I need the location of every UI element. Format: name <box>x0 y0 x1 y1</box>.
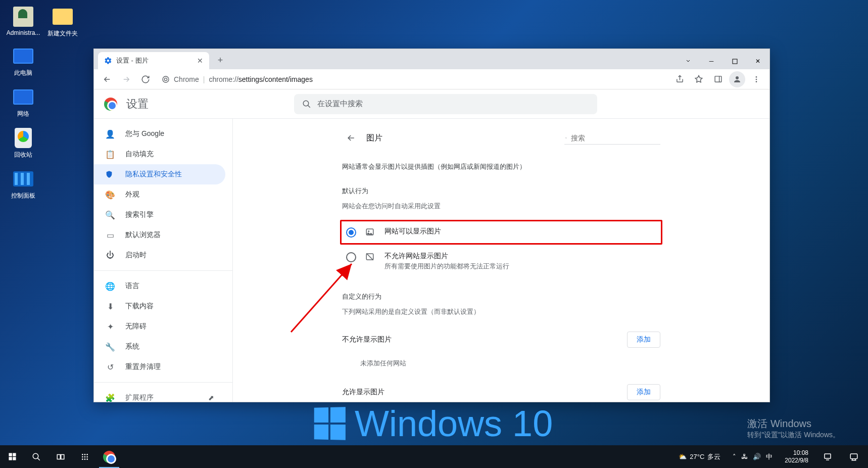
wrench-icon: 🔧 <box>105 342 115 352</box>
desktop-network-icon[interactable]: 网络 <box>5 86 41 118</box>
image-blocked-icon <box>365 252 375 261</box>
settings-search-box[interactable]: 在设置中搜索 <box>294 94 597 114</box>
sidebar-item-you-google[interactable]: 👤您与 Google <box>94 124 225 144</box>
search-icon: 🔍 <box>105 210 115 220</box>
svg-rect-3 <box>715 76 721 82</box>
sidebar-item-reset[interactable]: ↺重置并清理 <box>94 357 225 377</box>
sidebar-item-appearance[interactable]: 🎨外观 <box>94 184 225 205</box>
sidebar-item-startup[interactable]: ⏻启动时 <box>94 245 225 265</box>
sidebar-item-system[interactable]: 🔧系统 <box>94 337 225 357</box>
network-icon[interactable]: 🖧 <box>741 453 748 460</box>
svg-point-9 <box>303 101 309 106</box>
sidebar-item-extensions[interactable]: 🧩扩展程序⬈ <box>94 388 225 402</box>
volume-icon[interactable]: 🔊 <box>753 453 761 460</box>
back-button[interactable] <box>99 71 115 87</box>
menu-dots-icon[interactable] <box>748 71 764 87</box>
taskbar-clock[interactable]: 10:08 2022/9/8 <box>780 449 813 464</box>
url-prefix: Chrome <box>174 75 199 83</box>
add-allow-button[interactable]: 添加 <box>627 384 660 400</box>
desktop-this-pc-icon[interactable]: 此电脑 <box>5 45 41 77</box>
taskbar-chrome-button[interactable] <box>97 445 121 468</box>
chevron-up-icon[interactable]: ˄ <box>733 453 736 460</box>
svg-rect-21 <box>13 457 16 460</box>
download-icon: ⬇ <box>105 302 115 311</box>
sidebar-item-autofill[interactable]: 📋自动填充 <box>94 144 225 164</box>
close-tab-button[interactable]: ✕ <box>197 57 203 65</box>
new-tab-button[interactable]: + <box>213 53 227 67</box>
weather-icon: ⛅ <box>679 453 687 460</box>
window-close-button[interactable]: ✕ <box>746 53 769 69</box>
share-icon[interactable] <box>671 71 688 87</box>
desktop-control-panel-icon[interactable]: 控制面板 <box>5 168 41 200</box>
svg-line-12 <box>566 138 567 138</box>
sidebar-item-privacy[interactable]: 隐私设置和安全性 <box>94 164 225 184</box>
taskbar-weather[interactable]: ⛅ 27°C 多云 <box>673 452 726 461</box>
svg-point-11 <box>565 137 566 138</box>
sidebar-item-downloads[interactable]: ⬇下载内容 <box>94 296 225 316</box>
power-icon: ⏻ <box>105 251 115 260</box>
window-minimize-button-2[interactable]: ─ <box>700 53 723 69</box>
svg-rect-25 <box>61 454 64 459</box>
sidebar-item-default-browser[interactable]: ▭默认浏览器 <box>94 225 225 245</box>
label: 新建文件夹 <box>44 29 81 38</box>
tab-title: 设置 - 图片 <box>116 56 149 65</box>
page-search-input[interactable] <box>571 134 659 142</box>
svg-rect-24 <box>57 454 60 459</box>
option-sub: 所有需要使用图片的功能都将无法正常运行 <box>384 262 509 271</box>
browser-tab[interactable]: 设置 - 图片 ✕ <box>98 52 209 69</box>
window-maximize-button[interactable] <box>723 53 746 69</box>
taskbar: ⛅ 27°C 多云 ˄ 🖧 🔊 中 10:08 2022/9/8 <box>0 445 868 468</box>
svg-rect-20 <box>9 457 12 460</box>
page-search-box[interactable] <box>564 132 660 145</box>
option-block-images[interactable]: 不允许网站显示图片 所有需要使用图片的功能都将无法正常运行 <box>342 245 660 278</box>
search-placeholder: 在设置中搜索 <box>317 99 363 109</box>
taskbar-apps-button[interactable] <box>73 445 97 468</box>
window-minimize-button[interactable] <box>677 53 700 69</box>
desktop-admin-icon[interactable]: Administra... <box>5 6 41 36</box>
chrome-window: 设置 - 图片 ✕ + ─ ✕ Chrome | c <box>93 49 770 402</box>
task-view-button[interactable] <box>49 445 73 468</box>
accessibility-icon: ✦ <box>105 322 115 332</box>
svg-rect-0 <box>733 59 737 64</box>
profile-avatar-icon[interactable] <box>729 71 745 87</box>
divider <box>94 382 232 383</box>
page-title: 图片 <box>366 133 382 144</box>
settings-title: 设置 <box>126 97 149 112</box>
reload-button[interactable] <box>137 71 154 87</box>
svg-point-33 <box>84 458 86 460</box>
side-panel-icon[interactable] <box>710 71 726 87</box>
svg-point-27 <box>84 454 86 455</box>
settings-sidebar: 👤您与 Google 📋自动填充 隐私设置和安全性 🎨外观 🔍搜索引擎 ▭默认浏… <box>94 119 233 402</box>
label: 控制面板 <box>5 192 41 200</box>
divider <box>94 270 232 271</box>
sidebar-item-accessibility[interactable]: ✦无障碍 <box>94 316 225 337</box>
activation-watermark: 激活 Windows 转到"设置"以激活 Windows。 <box>747 417 840 440</box>
page-back-button[interactable] <box>342 129 360 147</box>
label: 此电脑 <box>5 69 41 77</box>
sidebar-item-language[interactable]: 🌐语言 <box>94 276 225 296</box>
ime-indicator[interactable]: 中 <box>766 452 773 461</box>
default-behavior-label: 默认行为 <box>342 186 660 196</box>
desktop-new-folder-icon[interactable]: 新建文件夹 <box>44 6 81 38</box>
address-bar[interactable]: Chrome | chrome://settings/content/image… <box>157 75 668 83</box>
desktop-recycle-bin-icon[interactable]: 回收站 <box>5 127 41 159</box>
label: 网络 <box>5 110 41 118</box>
settings-content: 图片 网站通常会显示图片以提供插图（例如网店或新闻报道的图片） 默认行为 网站会… <box>342 119 660 402</box>
windows-logo-icon <box>314 407 346 440</box>
chrome-security-icon <box>162 75 170 83</box>
shield-icon <box>105 170 115 178</box>
reset-icon: ↺ <box>105 362 115 372</box>
bookmark-star-icon[interactable] <box>691 71 707 87</box>
start-button[interactable] <box>0 445 24 468</box>
action-center-button[interactable] <box>842 445 866 468</box>
system-tray[interactable]: ˄ 🖧 🔊 中 <box>728 452 778 461</box>
forward-button[interactable] <box>118 71 134 87</box>
taskbar-search-button[interactable] <box>24 445 49 468</box>
option-allow-images[interactable]: 网站可以显示图片 <box>340 220 662 245</box>
sidebar-item-search-engine[interactable]: 🔍搜索引擎 <box>94 205 225 225</box>
notification-button[interactable] <box>815 445 840 468</box>
windows-logo-text: Windows 10 <box>313 403 553 444</box>
svg-point-29 <box>82 456 83 457</box>
svg-point-30 <box>84 456 86 457</box>
add-block-button[interactable]: 添加 <box>627 332 660 348</box>
